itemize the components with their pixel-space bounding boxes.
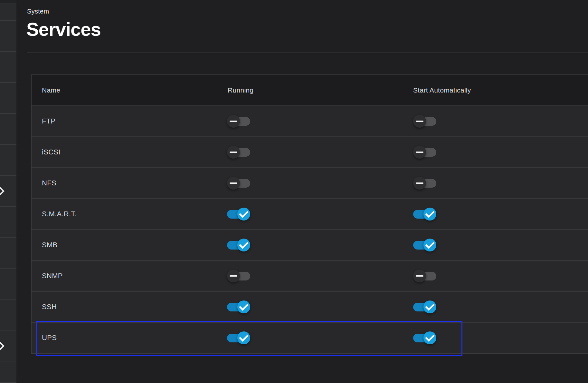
table-row: SMB <box>32 230 588 261</box>
check-icon <box>239 208 249 218</box>
check-icon <box>425 332 435 342</box>
running-toggle[interactable] <box>227 270 250 282</box>
start-automatically-toggle[interactable] <box>413 300 436 313</box>
table-row: FTP <box>32 106 588 137</box>
table-row: S.M.A.R.T. <box>32 199 588 230</box>
toggle-knob <box>237 208 250 221</box>
toggle-knob <box>423 331 436 344</box>
sidebar-item[interactable] <box>0 114 16 145</box>
sidebar-item[interactable] <box>0 238 16 269</box>
service-name: iSCSI <box>42 137 61 167</box>
minus-icon <box>416 152 423 153</box>
table-row: SNMP <box>32 261 588 292</box>
minus-icon <box>230 152 237 153</box>
service-name: SSH <box>42 292 57 322</box>
service-name: S.M.A.R.T. <box>42 199 77 229</box>
start-automatically-toggle[interactable] <box>413 331 436 344</box>
minus-icon <box>416 275 423 277</box>
toggle-knob <box>413 270 426 282</box>
check-icon <box>239 301 249 311</box>
title-divider <box>27 53 588 53</box>
sidebar-item[interactable] <box>0 269 16 300</box>
toggle-knob <box>227 177 240 190</box>
running-toggle[interactable] <box>227 177 250 190</box>
table-row: iSCSI <box>32 137 588 168</box>
check-icon <box>239 239 249 249</box>
start-automatically-toggle[interactable] <box>413 208 436 221</box>
running-toggle[interactable] <box>227 300 250 313</box>
check-icon <box>425 301 435 311</box>
table-row: UPS <box>32 323 588 353</box>
sidebar-item[interactable] <box>0 300 16 330</box>
start-automatically-toggle[interactable] <box>413 177 436 190</box>
sidebar-item[interactable] <box>0 176 16 207</box>
toggle-knob <box>227 115 240 128</box>
sidebar-item[interactable] <box>0 52 16 83</box>
toggle-knob <box>237 239 250 251</box>
sidebar-item[interactable] <box>0 83 16 114</box>
toggle-knob <box>237 331 250 344</box>
table-row: SSH <box>32 292 588 323</box>
start-automatically-toggle[interactable] <box>413 270 436 282</box>
running-toggle[interactable] <box>227 115 250 128</box>
toggle-knob <box>413 146 426 159</box>
sidebar-item[interactable] <box>0 3 16 21</box>
running-toggle[interactable] <box>227 239 250 251</box>
table-header-row: Name Running Start Automatically <box>32 75 588 106</box>
sidebar-item[interactable] <box>0 145 16 176</box>
sidebar-item[interactable] <box>0 330 16 361</box>
sidebar-item[interactable] <box>0 361 16 383</box>
check-icon <box>425 239 435 249</box>
sidebar-item[interactable] <box>0 207 16 238</box>
toggle-knob <box>237 300 250 313</box>
service-name: SMB <box>42 230 58 260</box>
toggle-knob <box>227 270 240 282</box>
toggle-knob <box>413 177 426 190</box>
check-icon <box>239 332 249 342</box>
start-automatically-toggle[interactable] <box>413 239 436 251</box>
column-header-running: Running <box>228 75 253 105</box>
service-name: SNMP <box>42 261 63 291</box>
services-table: Name Running Start Automatically FTP iSC… <box>31 74 588 354</box>
toggle-knob <box>423 300 436 313</box>
sidebar-top-band <box>0 0 16 3</box>
service-name: UPS <box>42 323 57 353</box>
toggle-knob <box>423 239 436 251</box>
toggle-knob <box>227 146 240 159</box>
start-automatically-toggle[interactable] <box>413 146 436 159</box>
chevron-right-icon <box>0 342 5 350</box>
minus-icon <box>416 121 423 122</box>
breadcrumb[interactable]: System <box>27 8 49 15</box>
start-automatically-toggle[interactable] <box>413 115 436 128</box>
running-toggle[interactable] <box>227 146 250 159</box>
running-toggle[interactable] <box>227 331 250 344</box>
minus-icon <box>416 182 423 184</box>
sidebar-item[interactable] <box>0 21 16 52</box>
check-icon <box>425 208 435 218</box>
table-row: NFS <box>32 168 588 199</box>
page-title: Services <box>26 20 101 39</box>
minus-icon <box>230 121 237 122</box>
toggle-knob <box>423 208 436 221</box>
running-toggle[interactable] <box>227 208 250 221</box>
collapsed-sidebar <box>0 0 16 383</box>
service-name: FTP <box>42 106 55 136</box>
toggle-knob <box>413 115 426 128</box>
minus-icon <box>230 275 237 277</box>
minus-icon <box>230 182 237 184</box>
chevron-right-icon <box>0 187 5 195</box>
column-header-start-automatically: Start Automatically <box>413 75 471 105</box>
column-header-name: Name <box>42 75 60 105</box>
service-name: NFS <box>42 168 56 198</box>
